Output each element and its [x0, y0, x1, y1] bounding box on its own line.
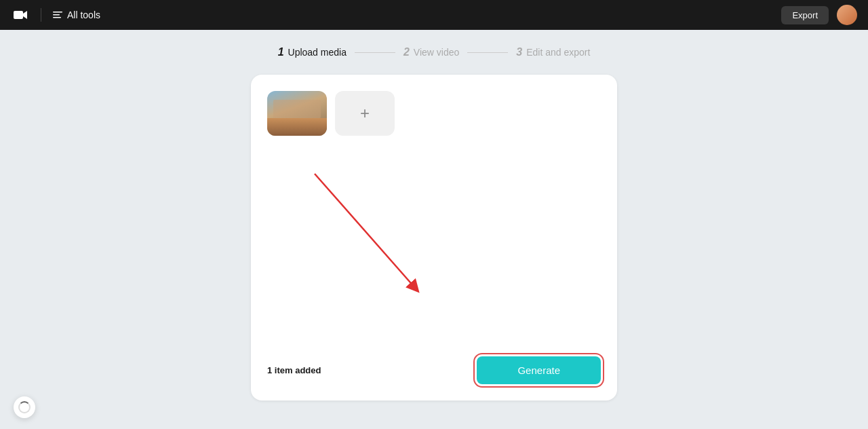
navbar-right: Export — [781, 5, 857, 25]
spinner-icon — [18, 401, 31, 413]
items-count: 1 item added — [267, 365, 321, 375]
empty-area — [267, 147, 601, 351]
svg-rect-0 — [14, 11, 23, 19]
step-1-label: Upload media — [288, 47, 347, 58]
step-connector-1 — [355, 52, 395, 53]
svg-line-4 — [315, 174, 415, 288]
navbar-left: All tools — [11, 5, 100, 24]
step-2: 2 View video — [403, 46, 459, 58]
step-2-number: 2 — [403, 46, 410, 58]
all-tools-label: All tools — [67, 10, 100, 20]
generate-button[interactable]: Generate — [477, 356, 601, 384]
steps-bar: 1 Upload media 2 View video 3 Edit and e… — [278, 46, 591, 58]
svg-rect-1 — [53, 12, 62, 13]
logo-icon[interactable] — [11, 5, 30, 24]
navbar: All tools Export — [0, 0, 868, 30]
step-1-number: 1 — [278, 46, 284, 58]
svg-rect-3 — [53, 17, 61, 18]
svg-rect-2 — [53, 14, 60, 16]
add-media-button[interactable]: + — [335, 91, 395, 136]
step-1: 1 Upload media — [278, 46, 347, 58]
all-tools-button[interactable]: All tools — [52, 10, 100, 20]
step-connector-2 — [467, 52, 508, 53]
upload-card: + 1 item added Generate — [251, 75, 617, 400]
nav-divider — [41, 8, 41, 22]
arrow-annotation — [301, 167, 437, 303]
step-3-label: Edit and export — [526, 47, 590, 58]
items-count-suffix: item added — [272, 365, 321, 375]
media-thumbnail[interactable] — [267, 91, 327, 136]
card-footer: 1 item added Generate — [267, 356, 601, 384]
media-row: + — [267, 91, 601, 136]
avatar[interactable] — [837, 5, 857, 25]
export-button[interactable]: Export — [781, 6, 829, 24]
loading-indicator — [14, 396, 35, 418]
thumbnail-image — [267, 91, 327, 136]
step-3: 3 Edit and export — [516, 46, 590, 58]
step-2-label: View video — [414, 47, 459, 58]
step-3-number: 3 — [516, 46, 522, 58]
main-content: 1 Upload media 2 View video 3 Edit and e… — [0, 30, 868, 429]
